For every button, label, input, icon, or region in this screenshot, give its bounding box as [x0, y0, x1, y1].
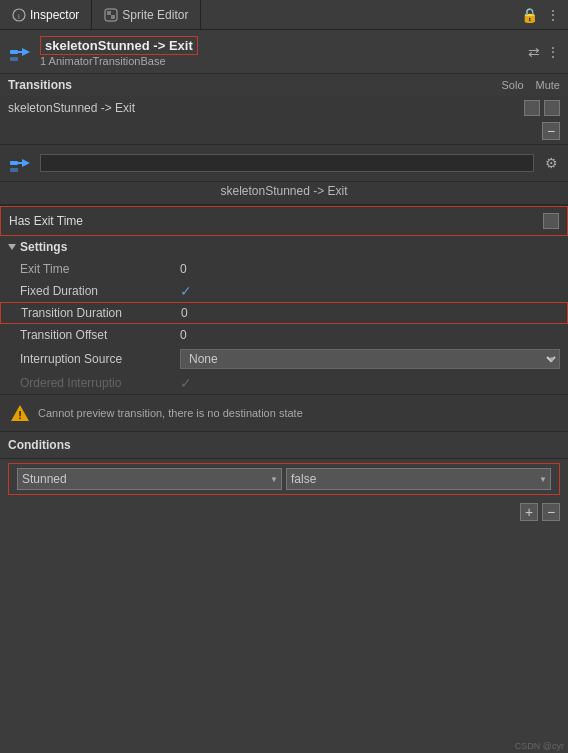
- transition-offset-row: Transition Offset 0: [0, 324, 568, 346]
- title-name: skeletonStunned -> Exit: [40, 36, 198, 55]
- fixed-duration-label: Fixed Duration: [20, 284, 180, 298]
- exit-time-label: Exit Time: [20, 262, 180, 276]
- transition-duration-row: Transition Duration 0: [0, 302, 568, 324]
- tab-bar: i Inspector Sprite Editor 🔒 ⋮: [0, 0, 568, 30]
- warning-text: Cannot preview transition, there is no d…: [38, 407, 303, 419]
- conditions-title: Conditions: [8, 438, 71, 452]
- transition-duration-label: Transition Duration: [21, 306, 181, 320]
- conditions-section: Conditions Stunned false true + −: [0, 432, 568, 525]
- svg-rect-12: [10, 168, 18, 172]
- menu-icon[interactable]: ⋮: [546, 7, 560, 23]
- tab-inspector-label: Inspector: [30, 8, 79, 22]
- ordered-interruption-row: Ordered Interruptio ✓: [0, 372, 568, 394]
- preview-label-row: skeletonStunned -> Exit: [0, 182, 568, 205]
- settings-arrow-icon: [8, 244, 16, 250]
- interruption-source-row: Interruption Source None Current State N…: [0, 346, 568, 372]
- inspector-icon: i: [12, 8, 26, 22]
- transitions-section: Transitions Solo Mute skeletonStunned ->…: [0, 74, 568, 145]
- conditions-footer: + −: [0, 499, 568, 525]
- settings-toggle[interactable]: Settings: [0, 236, 568, 258]
- svg-marker-6: [22, 48, 30, 56]
- header-actions: 🔒 ⋮: [521, 7, 568, 23]
- mute-checkbox[interactable]: [544, 100, 560, 116]
- transition-duration-value[interactable]: 0: [181, 306, 188, 320]
- title-row: skeletonStunned -> Exit 1 AnimatorTransi…: [0, 30, 568, 74]
- title-actions: ⇄ ⋮: [528, 44, 560, 60]
- solo-label: Solo: [502, 79, 524, 91]
- gear-icon: ⚙: [545, 155, 558, 171]
- lock-icon[interactable]: 🔒: [521, 7, 538, 23]
- fixed-duration-row: Fixed Duration ✓: [0, 280, 568, 302]
- transitions-footer: −: [0, 120, 568, 144]
- ordered-interruption-label: Ordered Interruptio: [20, 376, 180, 390]
- svg-rect-9: [10, 161, 18, 165]
- interruption-source-select[interactable]: None Current State Next State Current St…: [180, 349, 560, 369]
- layout-icon[interactable]: ⇄: [528, 44, 540, 60]
- warning-icon: !: [10, 403, 30, 423]
- fixed-duration-check-icon: ✓: [180, 283, 192, 299]
- svg-rect-3: [107, 11, 111, 15]
- remove-transition-button[interactable]: −: [542, 122, 560, 140]
- condition-param-select[interactable]: Stunned: [17, 468, 282, 490]
- settings-title: Settings: [20, 240, 67, 254]
- interruption-source-dropdown-wrapper: None Current State Next State Current St…: [180, 349, 560, 369]
- svg-marker-10: [22, 159, 30, 167]
- tab-sprite-editor[interactable]: Sprite Editor: [92, 0, 201, 29]
- transitions-header-actions: Solo Mute: [502, 79, 561, 91]
- preview-label: skeletonStunned -> Exit: [220, 184, 347, 198]
- conditions-header: Conditions: [0, 432, 568, 459]
- preview-settings-button[interactable]: ⚙: [542, 154, 560, 172]
- condition-value-select[interactable]: false true: [286, 468, 551, 490]
- ordered-interruption-check-icon: ✓: [180, 375, 192, 391]
- condition-param-wrapper: Stunned: [17, 468, 282, 490]
- preview-bar: [40, 154, 534, 172]
- transitions-title: Transitions: [8, 78, 502, 92]
- settings-section: Settings Exit Time 0 Fixed Duration ✓ Tr…: [0, 236, 568, 395]
- minus-icon: −: [547, 123, 555, 139]
- preview-icon: [8, 151, 32, 175]
- tab-inspector[interactable]: i Inspector: [0, 0, 92, 29]
- condition-row: Stunned false true: [8, 463, 560, 495]
- cond-minus-icon: −: [547, 504, 555, 520]
- remove-condition-button[interactable]: −: [542, 503, 560, 521]
- svg-text:!: !: [18, 409, 22, 421]
- svg-text:i: i: [18, 12, 20, 21]
- interruption-source-label: Interruption Source: [20, 352, 180, 366]
- more-icon[interactable]: ⋮: [546, 44, 560, 60]
- mute-label: Mute: [536, 79, 560, 91]
- watermark: CSDN @cyr: [515, 741, 564, 751]
- tab-sprite-editor-label: Sprite Editor: [122, 8, 188, 22]
- sprite-editor-icon: [104, 8, 118, 22]
- add-condition-button[interactable]: +: [520, 503, 538, 521]
- plus-icon: +: [525, 504, 533, 520]
- warning-section: ! Cannot preview transition, there is no…: [0, 395, 568, 432]
- has-exit-time-label: Has Exit Time: [9, 214, 543, 228]
- condition-value-wrapper: false true: [286, 468, 551, 490]
- transition-icon: [8, 40, 32, 64]
- svg-rect-4: [111, 15, 115, 19]
- svg-rect-8: [10, 57, 18, 61]
- transitions-header: Transitions Solo Mute: [0, 74, 568, 96]
- title-sub: 1 AnimatorTransitionBase: [40, 55, 198, 67]
- solo-checkbox[interactable]: [524, 100, 540, 116]
- transition-label: skeletonStunned -> Exit: [8, 101, 520, 115]
- svg-rect-5: [10, 50, 18, 54]
- title-info: skeletonStunned -> Exit 1 AnimatorTransi…: [40, 36, 198, 67]
- transition-row: skeletonStunned -> Exit: [0, 96, 568, 120]
- has-exit-time-checkbox[interactable]: [543, 213, 559, 229]
- transition-offset-label: Transition Offset: [20, 328, 180, 342]
- preview-section: ⚙: [0, 145, 568, 182]
- has-exit-time-row: Has Exit Time: [0, 206, 568, 236]
- exit-time-row: Exit Time 0: [0, 258, 568, 280]
- transition-offset-value[interactable]: 0: [180, 328, 187, 342]
- exit-time-value: 0: [180, 262, 187, 276]
